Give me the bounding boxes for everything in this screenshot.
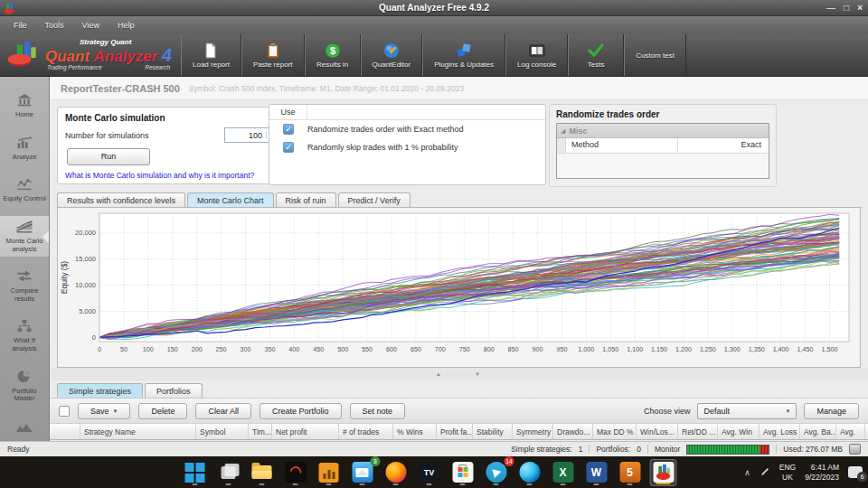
- tab-simple-strategies[interactable]: Simple strategies: [57, 383, 143, 398]
- sidebar-item-equity-control[interactable]: Equity Control: [0, 174, 49, 207]
- select-all-checkbox[interactable]: [59, 406, 70, 417]
- firefox-icon[interactable]: [382, 459, 410, 486]
- menu-tools[interactable]: Tools: [37, 19, 72, 32]
- method-value[interactable]: Exact: [678, 138, 769, 153]
- delete-button[interactable]: Delete: [138, 403, 187, 419]
- checkbox-0[interactable]: ✓: [283, 124, 294, 135]
- set-note-button[interactable]: Set note: [350, 403, 406, 419]
- tab-risk-of-ruin[interactable]: Risk of ruin: [276, 192, 336, 207]
- column-header-drawdo[interactable]: Drawdo...: [553, 424, 593, 439]
- crash-app-icon[interactable]: [282, 459, 309, 486]
- file-explorer-icon[interactable]: [249, 459, 276, 486]
- column-header-checkbox: [50, 424, 80, 439]
- tray-chevron-icon[interactable]: ∧: [744, 468, 750, 477]
- view-select[interactable]: Default▼: [697, 403, 797, 419]
- mt4-icon[interactable]: [316, 459, 343, 486]
- group-collapse-icon[interactable]: ◢: [561, 127, 565, 135]
- maximize-button[interactable]: □: [844, 1, 849, 14]
- minimize-button[interactable]: —: [826, 1, 835, 14]
- manage-button[interactable]: Manage: [804, 403, 859, 419]
- sidebar-item-label: Home: [15, 111, 33, 119]
- clear-all-button[interactable]: Clear All: [195, 403, 251, 419]
- sidebar-item-home[interactable]: Home: [0, 89, 49, 123]
- close-button[interactable]: ×: [857, 1, 863, 14]
- pen-icon[interactable]: [760, 465, 770, 481]
- checkbox-1[interactable]: ✓: [283, 142, 294, 153]
- paste-report-button[interactable]: Paste report: [241, 34, 305, 76]
- column-header-max-dd[interactable]: Max DD %: [593, 424, 637, 439]
- edge-icon[interactable]: [516, 459, 543, 486]
- log-console-button[interactable]: Log console: [505, 34, 568, 76]
- sidebar-item-histogram[interactable]: [0, 416, 49, 439]
- column-header-wins[interactable]: % Wins: [393, 424, 437, 439]
- save-dropdown-icon[interactable]: ▼: [113, 408, 118, 414]
- sidebar-item-analyze[interactable]: Analyze: [0, 132, 49, 165]
- column-header-of-trades[interactable]: # of trades: [339, 424, 393, 439]
- status-bar: Ready Simple strategies: 1 Portfolios: 0…: [0, 441, 868, 456]
- column-header-tim[interactable]: Tim...: [249, 424, 272, 439]
- tab-predict-verify[interactable]: Predict / Verify: [338, 192, 410, 207]
- tool-label: Plugins & Updates: [434, 61, 494, 69]
- column-header-strategy-name[interactable]: Strategy Name: [80, 424, 196, 439]
- tests-button[interactable]: Tests: [568, 34, 624, 76]
- column-header-win-los[interactable]: Win/Los...: [637, 424, 678, 439]
- tool-label: Load report: [193, 61, 230, 69]
- misc-group-row[interactable]: ◢ Misc: [557, 124, 769, 138]
- office5-icon[interactable]: 5: [617, 459, 644, 486]
- column-header-avg-loss[interactable]: Avg. Loss: [760, 424, 800, 439]
- run-button[interactable]: Run: [67, 148, 150, 165]
- custom-test-button[interactable]: Custom test: [624, 34, 686, 76]
- column-header-symmetry[interactable]: Symmetry: [513, 424, 553, 439]
- column-header-profit-fa[interactable]: Profit fa...: [437, 424, 473, 439]
- menu-file[interactable]: File: [5, 19, 35, 32]
- splitter-handle[interactable]: ▲ · · · · ▼: [50, 368, 868, 380]
- tab-results-with-confidence-levels[interactable]: Results with confidence levels: [57, 192, 185, 207]
- excel-icon[interactable]: X: [550, 459, 577, 486]
- menu-help[interactable]: Help: [109, 19, 143, 32]
- save-button[interactable]: Save▼: [78, 403, 130, 419]
- splitter-up-icon[interactable]: ▲: [436, 371, 443, 377]
- splitter-down-icon[interactable]: ▼: [475, 371, 482, 377]
- tradingview-icon[interactable]: TV: [416, 459, 443, 486]
- svg-text:350: 350: [264, 345, 275, 353]
- store-icon[interactable]: [449, 459, 476, 486]
- start-icon[interactable]: [182, 459, 209, 486]
- garbage-collect-icon[interactable]: [849, 444, 861, 455]
- column-header-symbol[interactable]: Symbol: [196, 424, 249, 439]
- memory-monitor-graph[interactable]: [686, 445, 769, 455]
- tab-portfolios[interactable]: Portfolios: [145, 383, 203, 398]
- window-title: Quant Analyzer Free 4.9.2: [0, 3, 868, 13]
- column-header-avg-win[interactable]: Avg. Win: [718, 424, 760, 439]
- telegram-icon[interactable]: 14: [483, 459, 510, 486]
- menu-view[interactable]: View: [74, 19, 108, 32]
- method-row[interactable]: Method Exact: [557, 138, 769, 154]
- quantanalyzer-icon[interactable]: [650, 459, 677, 486]
- quanteditor-button[interactable]: QuantEditor: [361, 34, 423, 76]
- sidebar-item-compare-results[interactable]: Compare results: [0, 266, 49, 306]
- tab-monte-carlo-chart[interactable]: Monte Carlo Chart: [187, 192, 274, 207]
- create-portfolio-button[interactable]: Create Portfolio: [259, 403, 342, 419]
- status-text: Ready: [7, 445, 30, 454]
- sidebar-item-what-if-analysis[interactable]: What If analysis: [0, 315, 49, 356]
- monte-carlo-help-link[interactable]: What is Monte Carlo simulation and why i…: [65, 171, 277, 180]
- svg-text:450: 450: [313, 345, 324, 353]
- group-label: Misc: [569, 127, 587, 136]
- mail-icon[interactable]: 8: [349, 459, 376, 486]
- task-view-icon[interactable]: [215, 459, 242, 486]
- column-header-avg-ba[interactable]: Avg. Ba...: [800, 424, 836, 439]
- column-header-ret-dd[interactable]: Ret/DD ...: [678, 424, 718, 439]
- results-in-button[interactable]: $Results in: [305, 34, 361, 76]
- sidebar-item-portfolio-master[interactable]: Portfolio Master: [0, 366, 49, 407]
- clock[interactable]: 6:41 AM9/22/2023: [805, 463, 839, 482]
- column-header-net-profit[interactable]: Net profit: [272, 424, 339, 439]
- column-header-stability[interactable]: Stability: [473, 424, 513, 439]
- logo-subtitle-left: Trading Performance: [47, 65, 102, 71]
- language-switcher[interactable]: ENGUK: [779, 463, 796, 482]
- notifications-icon[interactable]: 6: [848, 466, 863, 478]
- word-icon[interactable]: W: [583, 459, 610, 486]
- load-report-button[interactable]: Load report: [181, 34, 241, 76]
- plugins-updates-button[interactable]: Plugins & Updates: [422, 34, 505, 76]
- sidebar-item-monte-carlo-analysis[interactable]: Monte Carlo analysis: [0, 216, 49, 257]
- column-header-avg[interactable]: Avg.: [836, 424, 865, 439]
- report-details: Symbol: Crash 500 Index, Timeframe: M1, …: [189, 84, 464, 93]
